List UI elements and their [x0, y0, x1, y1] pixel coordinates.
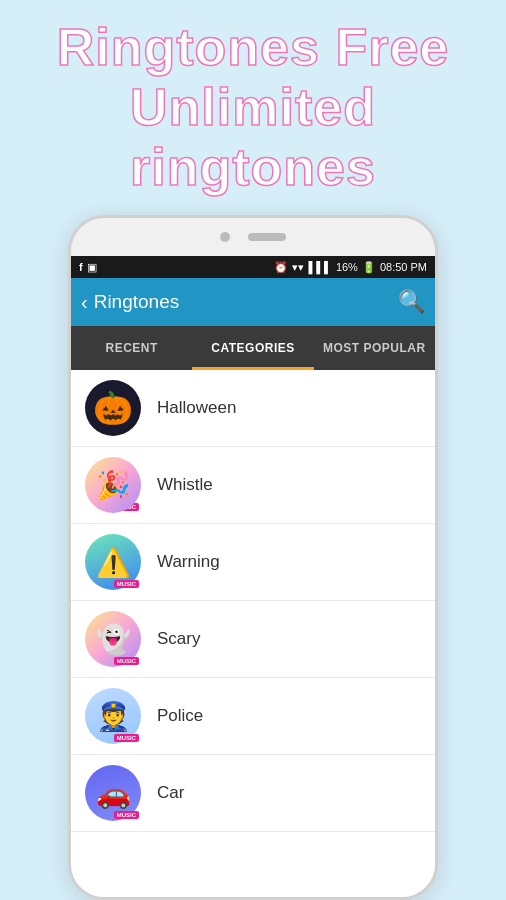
battery-percent: 16% — [336, 261, 358, 273]
category-item-scary[interactable]: MUSIC👻Scary — [71, 601, 435, 678]
avatar-warning: MUSIC⚠️ — [85, 534, 141, 590]
music-badge: MUSIC — [114, 734, 139, 742]
wifi-icon: ▾▾ — [292, 261, 304, 274]
category-item-police[interactable]: MUSIC👮Police — [71, 678, 435, 755]
tab-most-popular[interactable]: MOST POPULAR — [314, 326, 435, 370]
avatar-car: MUSIC🚗 — [85, 765, 141, 821]
media-icon: ▣ — [87, 261, 97, 274]
toolbar-title: Ringtones — [94, 291, 180, 313]
status-bar: f ▣ ⏰ ▾▾ ▌▌▌ 16% 🔋 08:50 PM — [71, 256, 435, 278]
music-badge: MUSIC — [114, 811, 139, 819]
phone-camera — [220, 232, 230, 242]
avatar-scary: MUSIC👻 — [85, 611, 141, 667]
fb-icon: f — [79, 261, 83, 273]
status-left-icons: f ▣ — [79, 261, 97, 274]
toolbar: ‹ Ringtones 🔍 — [71, 278, 435, 326]
search-button[interactable]: 🔍 — [398, 289, 425, 315]
tab-categories[interactable]: CATEGORIES — [192, 326, 313, 370]
phone-speaker — [248, 233, 286, 241]
category-name-police: Police — [157, 706, 203, 726]
music-badge: MUSIC — [114, 580, 139, 588]
category-item-car[interactable]: MUSIC🚗Car — [71, 755, 435, 832]
category-name-whistle: Whistle — [157, 475, 213, 495]
category-name-scary: Scary — [157, 629, 200, 649]
battery-icon: 🔋 — [362, 261, 376, 274]
signal-icon: ▌▌▌ — [308, 261, 331, 273]
back-button[interactable]: ‹ — [81, 292, 88, 312]
category-name-warning: Warning — [157, 552, 220, 572]
tab-recent[interactable]: RECENT — [71, 326, 192, 370]
tabs-bar: RECENT CATEGORIES MOST POPULAR — [71, 326, 435, 370]
status-right-icons: ⏰ ▾▾ ▌▌▌ 16% 🔋 08:50 PM — [274, 261, 427, 274]
phone-mockup: f ▣ ⏰ ▾▾ ▌▌▌ 16% 🔋 08:50 PM ‹ Ringtones … — [68, 215, 438, 900]
category-list: 🎃HalloweenMUSIC🎉WhistleMUSIC⚠️WarningMUS… — [71, 370, 435, 897]
alarm-icon: ⏰ — [274, 261, 288, 274]
avatar-halloween: 🎃 — [85, 380, 141, 436]
category-name-halloween: Halloween — [157, 398, 236, 418]
app-title-line2: Unlimited ringtones — [0, 78, 506, 198]
avatar-police: MUSIC👮 — [85, 688, 141, 744]
category-item-halloween[interactable]: 🎃Halloween — [71, 370, 435, 447]
time-display: 08:50 PM — [380, 261, 427, 273]
toolbar-left: ‹ Ringtones — [81, 291, 179, 313]
category-item-warning[interactable]: MUSIC⚠️Warning — [71, 524, 435, 601]
app-title: Ringtones Free Unlimited ringtones — [0, 18, 506, 197]
app-title-line1: Ringtones Free — [0, 18, 506, 78]
category-name-car: Car — [157, 783, 184, 803]
phone-top-bar — [71, 218, 435, 256]
avatar-whistle: MUSIC🎉 — [85, 457, 141, 513]
category-item-whistle[interactable]: MUSIC🎉Whistle — [71, 447, 435, 524]
music-badge: MUSIC — [114, 657, 139, 665]
